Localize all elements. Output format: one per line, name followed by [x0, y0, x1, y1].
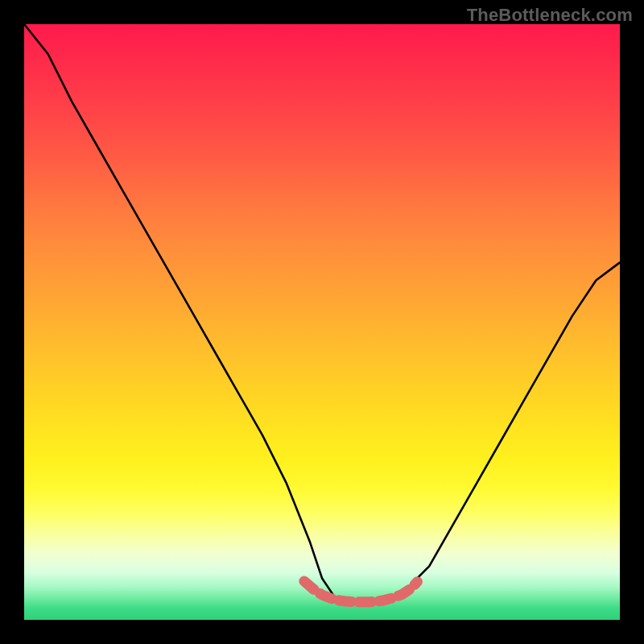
watermark-label: TheBottleneck.com [467, 5, 633, 26]
plot-area [24, 24, 620, 620]
chart-container: TheBottleneck.com [0, 0, 644, 644]
chart-svg [24, 24, 620, 620]
bottleneck-curve [24, 24, 620, 602]
flat-zone-markers [304, 581, 418, 602]
